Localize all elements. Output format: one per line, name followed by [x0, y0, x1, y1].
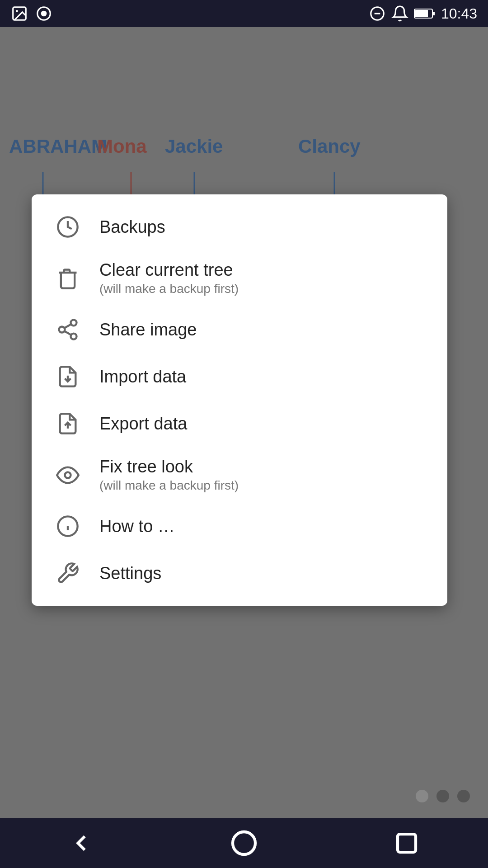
export-data-label: Export data	[99, 414, 187, 434]
eye-icon	[54, 462, 81, 489]
svg-rect-23	[415, 10, 428, 17]
import-data-label: Import data	[99, 367, 186, 387]
svg-line-28	[65, 331, 71, 335]
svg-point-27	[71, 334, 77, 340]
dot-2	[436, 790, 449, 802]
dot-3	[457, 790, 470, 802]
clear-tree-label: Clear current tree	[99, 260, 239, 280]
clear-tree-text: Clear current tree (will make a backup f…	[99, 260, 239, 296]
info-icon	[54, 513, 81, 540]
import-icon	[54, 363, 81, 390]
menu-item-clear-tree[interactable]: Clear current tree (will make a backup f…	[32, 250, 447, 306]
export-icon	[54, 410, 81, 437]
status-bar: 10:43	[0, 0, 488, 27]
how-to-text: How to …	[99, 517, 175, 536]
svg-rect-22	[432, 12, 435, 15]
status-right: 10:43	[369, 5, 477, 22]
battery-icon	[414, 7, 436, 20]
settings-text: Settings	[99, 564, 161, 583]
recents-button[interactable]	[389, 825, 425, 861]
menu-item-fix-tree[interactable]: Fix tree look (will make a backup first)	[32, 447, 447, 503]
nav-bar	[0, 818, 488, 868]
pagination-dots	[416, 790, 470, 802]
trash-icon	[54, 265, 81, 292]
svg-point-32	[65, 472, 71, 478]
svg-line-29	[65, 324, 71, 328]
fix-tree-sublabel: (will make a backup first)	[99, 478, 239, 493]
circle-icon	[35, 5, 52, 22]
backups-label: Backups	[99, 217, 165, 237]
backups-text: Backups	[99, 217, 165, 237]
menu-item-how-to[interactable]: How to …	[32, 503, 447, 550]
gallery-icon	[11, 5, 28, 22]
fix-tree-text: Fix tree look (will make a backup first)	[99, 457, 239, 493]
minimize-icon	[369, 5, 386, 22]
popup-menu: Backups Clear current tree (will make a …	[32, 194, 447, 606]
svg-rect-37	[398, 834, 416, 852]
clock-time: 10:43	[441, 5, 477, 22]
settings-label: Settings	[99, 564, 161, 583]
menu-item-export-data[interactable]: Export data	[32, 400, 447, 447]
fix-tree-label: Fix tree look	[99, 457, 239, 476]
notification-icon	[391, 5, 408, 22]
menu-item-settings[interactable]: Settings	[32, 550, 447, 597]
svg-point-25	[71, 320, 77, 326]
menu-item-backups[interactable]: Backups	[32, 203, 447, 250]
menu-item-share-image[interactable]: Share image	[32, 306, 447, 353]
status-icons-left	[11, 5, 52, 22]
back-button[interactable]	[63, 825, 99, 861]
import-data-text: Import data	[99, 367, 186, 387]
share-icon	[54, 316, 81, 343]
how-to-label: How to …	[99, 517, 175, 536]
clear-tree-sublabel: (will make a backup first)	[99, 282, 239, 296]
wrench-icon	[54, 560, 81, 587]
svg-point-26	[59, 327, 65, 333]
home-button[interactable]	[226, 825, 262, 861]
export-data-text: Export data	[99, 414, 187, 434]
share-image-text: Share image	[99, 320, 197, 340]
svg-point-18	[41, 11, 47, 17]
menu-item-import-data[interactable]: Import data	[32, 353, 447, 400]
dot-1	[416, 790, 428, 802]
svg-point-16	[16, 10, 18, 12]
svg-point-36	[233, 832, 255, 854]
clock-icon	[54, 213, 81, 241]
share-image-label: Share image	[99, 320, 197, 340]
